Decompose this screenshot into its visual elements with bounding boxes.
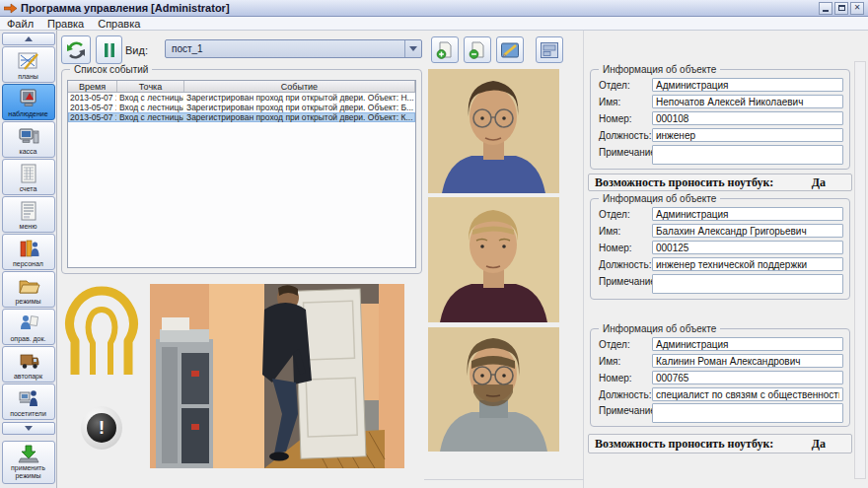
- sidebar-item-label: планы: [18, 73, 38, 80]
- apply-modes-label-line1: применить: [11, 464, 45, 472]
- personnel-icon: [17, 238, 40, 259]
- note-field[interactable]: [652, 274, 843, 294]
- menu-file[interactable]: Файл: [7, 18, 34, 30]
- name-field[interactable]: [652, 354, 843, 368]
- events-group-title: Список событий: [70, 64, 152, 75]
- column-header-point[interactable]: Точка: [117, 81, 184, 92]
- dept-field[interactable]: [652, 207, 843, 221]
- dept-label: Отдел:: [599, 339, 630, 350]
- add-doc-icon: [435, 40, 455, 60]
- column-header-time[interactable]: Время: [68, 81, 117, 92]
- app-icon: [4, 3, 17, 14]
- number-field[interactable]: [652, 111, 843, 125]
- cell-point: Вход с лестницы: [117, 103, 184, 112]
- sidebar-item-label: автопарк: [14, 373, 42, 380]
- table-row-selected[interactable]: 2013-05-07 1... Вход с лестницы Зарегист…: [68, 112, 415, 122]
- remove-object-button[interactable]: [464, 36, 491, 63]
- chevron-up-icon: [25, 36, 33, 41]
- view-combobox[interactable]: пост_1: [165, 39, 422, 58]
- note-field[interactable]: [652, 145, 843, 165]
- apply-modes-icon: [17, 445, 40, 464]
- dept-field[interactable]: [652, 337, 843, 351]
- sidebar-item-accounts[interactable]: счета: [2, 159, 55, 195]
- sidebar-item-surveillance[interactable]: наблюдение: [2, 84, 55, 120]
- refresh-button[interactable]: [61, 35, 91, 64]
- person-photo-2: [428, 197, 559, 321]
- dept-label: Отдел:: [599, 80, 630, 91]
- combo-dropdown-icon[interactable]: [404, 40, 421, 57]
- sidebar-item-label: оправ. док.: [10, 335, 45, 342]
- column-header-event[interactable]: Событие: [184, 81, 415, 92]
- cashdesk-icon: [17, 125, 40, 147]
- sidebar-item-menu[interactable]: меню: [2, 196, 55, 233]
- minimize-icon[interactable]: [819, 2, 832, 15]
- photos-splitter: [424, 479, 584, 480]
- number-label: Номер:: [599, 113, 632, 124]
- layout-window-button[interactable]: [536, 36, 563, 63]
- sidebar-item-personnel[interactable]: персонал: [2, 234, 55, 270]
- menubar: Файл Правка Справка: [0, 17, 868, 31]
- close-icon[interactable]: ✕: [850, 2, 864, 15]
- alert-button[interactable]: !: [81, 406, 122, 450]
- laptop-permission-label: Возможность проносить ноутбук:: [595, 175, 773, 190]
- cell-time: 2013-05-07 1...: [68, 112, 117, 122]
- table-row[interactable]: 2013-05-07 1... Вход с лестницы Зарегист…: [68, 103, 415, 112]
- note-field[interactable]: [652, 403, 843, 423]
- surveillance-icon: [17, 88, 40, 109]
- dept-label: Отдел:: [599, 209, 630, 220]
- sidebar-item-excuse-docs[interactable]: оправ. док.: [2, 309, 55, 345]
- sidebar-item-label: наблюдение: [8, 110, 47, 117]
- events-groupbox: Список событий Время Точка Событие 2013-…: [61, 69, 422, 274]
- sidebar-item-cashdesk[interactable]: касса: [2, 121, 55, 158]
- name-field[interactable]: [652, 224, 843, 238]
- object-info-title: Информация об объекте: [599, 193, 720, 204]
- menu-help[interactable]: Справка: [98, 18, 140, 30]
- sidebar-item-visitors[interactable]: посетители: [2, 383, 55, 420]
- person-photo-1: [428, 69, 559, 193]
- maximize-icon[interactable]: [834, 2, 848, 15]
- sidebar-scroll-up-button[interactable]: [2, 33, 55, 45]
- edit-pencil-icon: [500, 40, 520, 60]
- camera-view: [150, 284, 404, 468]
- laptop-permission-label: Возможность проносить ноутбук:: [595, 437, 773, 452]
- visitors-icon: [17, 387, 40, 409]
- apply-modes-button[interactable]: применить режимы: [2, 441, 55, 484]
- object-info-group-2: Информация об объекте Отдел: Имя: Номер:…: [590, 198, 850, 300]
- name-label: Имя:: [599, 356, 620, 367]
- remove-doc-icon: [468, 40, 487, 60]
- edit-object-button[interactable]: [496, 36, 524, 63]
- camera-scene: [150, 284, 404, 468]
- events-table[interactable]: Время Точка Событие 2013-05-07 1... Вход…: [67, 80, 416, 268]
- window-title: Программа управления [Administrator]: [21, 2, 230, 14]
- dept-field[interactable]: [652, 78, 843, 92]
- sidebar-item-modes[interactable]: режимы: [2, 271, 55, 308]
- laptop-permission-bar-2: Возможность проносить ноутбук: Да: [588, 434, 852, 453]
- sidebar-item-label: меню: [20, 223, 37, 230]
- cell-event: Зарегистрирован проход при открытой двер…: [184, 93, 415, 103]
- chevron-down-icon: [25, 426, 33, 431]
- name-field[interactable]: [652, 95, 843, 108]
- table-row[interactable]: 2013-05-07 1... Вход с лестницы Зарегист…: [68, 93, 415, 103]
- name-label: Имя:: [599, 97, 620, 107]
- right-panel-scrollbar[interactable]: [854, 61, 866, 479]
- events-table-header: Время Точка Событие: [68, 81, 415, 93]
- pause-button[interactable]: [96, 35, 122, 64]
- sidebar-item-vehicles[interactable]: автопарк: [2, 346, 55, 383]
- sidebar-item-plans[interactable]: планы: [2, 46, 55, 83]
- note-label: Примечание:: [599, 405, 659, 416]
- cell-event: Зарегистрирован проход при открытой двер…: [184, 103, 415, 112]
- number-field[interactable]: [652, 371, 843, 384]
- plans-icon: [17, 50, 40, 72]
- sidebar-item-label: персонал: [13, 260, 43, 267]
- excuse-docs-icon: [17, 313, 40, 334]
- menu-edit[interactable]: Правка: [47, 18, 84, 30]
- sidebar: планы наблюдение касса счета: [0, 31, 57, 488]
- menu-doc-icon: [17, 200, 40, 222]
- sidebar-scroll-down-button[interactable]: [2, 422, 55, 435]
- panel-divider: [583, 31, 584, 488]
- position-field[interactable]: [652, 257, 843, 271]
- number-field[interactable]: [652, 241, 843, 254]
- position-field[interactable]: [652, 387, 843, 401]
- add-object-button[interactable]: [431, 36, 459, 63]
- position-field[interactable]: [652, 128, 843, 142]
